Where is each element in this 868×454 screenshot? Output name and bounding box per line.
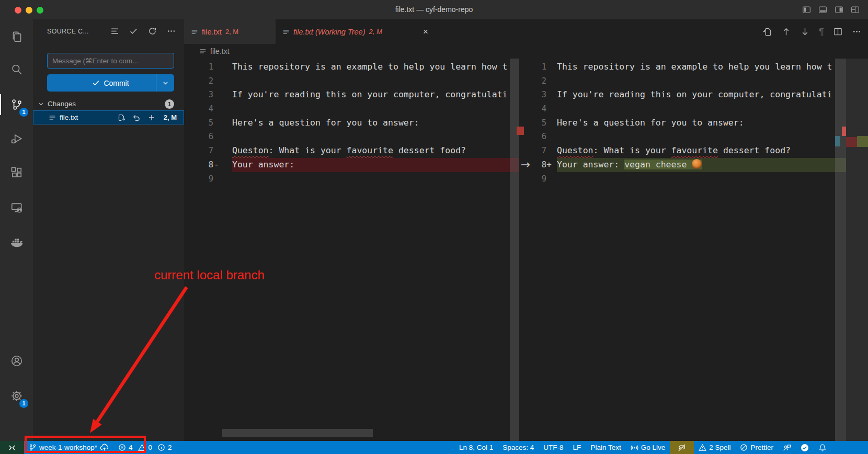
line-number: 4 <box>184 102 213 116</box>
spell-checker-indicator[interactable]: 2 Spell <box>694 441 735 454</box>
code-text <box>232 172 519 186</box>
source-control-badge: 1 <box>19 108 28 117</box>
refresh-icon[interactable] <box>148 27 157 36</box>
code-text <box>232 130 519 144</box>
right-vertical-scrollbar[interactable] <box>835 59 846 441</box>
close-icon[interactable]: × <box>423 27 428 36</box>
commit-check-icon[interactable] <box>129 27 138 36</box>
diff-line-right-7[interactable]: 7Queston: What is your favourite dessert… <box>519 144 868 158</box>
diff-overview-ruler[interactable] <box>846 59 868 441</box>
remote-window-button[interactable] <box>0 441 24 454</box>
changed-file-name: file.txt <box>60 114 78 121</box>
error-count: 4 <box>129 444 133 451</box>
inserted-text: vegan cheese <box>624 160 702 169</box>
code-text <box>232 74 519 88</box>
commit-dropdown-button[interactable] <box>156 74 174 92</box>
open-file-icon[interactable] <box>117 114 125 122</box>
open-file-action-icon[interactable] <box>762 27 772 37</box>
commit-button[interactable]: Commit <box>47 74 174 92</box>
notifications-button[interactable] <box>814 441 831 454</box>
settings-button[interactable]: 1 <box>0 384 33 407</box>
diff-line-left-2[interactable]: 2 <box>184 74 519 88</box>
prettier-indicator[interactable]: Prettier <box>735 441 778 454</box>
horizontal-scrollbar[interactable] <box>222 429 373 437</box>
diff-line-right-1[interactable]: 1This repository is an example to help y… <box>519 60 868 74</box>
code-text: If you're reading this on your computer,… <box>557 88 868 102</box>
toggle-whitespace-icon[interactable]: ¶ <box>819 27 824 37</box>
stage-changes-icon[interactable] <box>147 114 156 122</box>
diff-line-right-9[interactable]: 9 <box>519 172 868 186</box>
diff-line-left-4[interactable]: 4 <box>184 102 519 116</box>
changes-section-header[interactable]: Changes 1 <box>33 97 184 110</box>
tab-file-txt-working-tree[interactable]: file.txt (Working Tree) 2, M × <box>276 19 435 44</box>
toggle-primary-sidebar-icon[interactable] <box>802 5 811 14</box>
extension-status-button[interactable] <box>796 441 814 454</box>
sidebar-item-docker[interactable] <box>0 230 33 253</box>
diff-line-left-1[interactable]: 1This repository is an example to help y… <box>184 60 519 74</box>
split-editor-icon[interactable] <box>833 27 843 37</box>
encoding-indicator[interactable]: UTF-8 <box>539 441 568 454</box>
diff-line-left-9[interactable]: 9 <box>184 172 519 186</box>
sidebar-item-search[interactable] <box>0 58 33 81</box>
sidebar-item-extensions[interactable] <box>0 161 33 184</box>
tab-file-txt[interactable]: file.txt 2, M <box>184 19 276 44</box>
line-number: 7 <box>184 144 213 158</box>
sidebar-item-run-debug[interactable] <box>0 127 33 150</box>
diff-marker <box>546 116 557 130</box>
sidebar-item-source-control[interactable]: 1 <box>0 93 33 116</box>
diff-line-right-6[interactable]: 6 <box>519 130 868 144</box>
accounts-button[interactable] <box>0 349 33 372</box>
diff-line-right-5[interactable]: 5Here's a question for you to answer: <box>519 116 868 130</box>
code-text <box>557 172 868 186</box>
toggle-secondary-sidebar-icon[interactable] <box>835 5 843 14</box>
title-bar: file.txt — cyf-demo-repo <box>0 0 868 19</box>
eol-indicator[interactable]: LF <box>568 441 586 454</box>
copilot-disabled-button[interactable] <box>670 441 694 454</box>
diff-line-left-5[interactable]: 5Here's a question for you to answer: <box>184 116 519 130</box>
view-as-list-icon[interactable] <box>110 27 119 36</box>
cursor-position-indicator[interactable]: Ln 8, Col 1 <box>454 441 498 454</box>
customize-layout-icon[interactable] <box>851 5 860 14</box>
diff-line-right-8[interactable]: 8+Your answer: vegan cheese <box>519 158 868 172</box>
sidebar-item-remote-explorer[interactable] <box>0 196 33 219</box>
diff-marker <box>546 102 557 116</box>
revert-change-arrow-icon[interactable]: → <box>519 158 532 172</box>
feedback-person-icon <box>783 444 791 452</box>
diff-line-left-7[interactable]: 7Queston: What is your favourite dessert… <box>184 144 519 158</box>
diff-line-left-8[interactable]: 8-Your answer: <box>184 158 519 172</box>
error-icon <box>118 444 126 451</box>
code-text: This repository is an example to help yo… <box>557 60 868 74</box>
problems-indicator[interactable]: 4 0 2 <box>113 441 179 454</box>
code-text: Queston: What is your favourite dessert … <box>232 144 519 158</box>
diff-marker <box>546 144 557 158</box>
more-actions-icon[interactable] <box>167 27 176 36</box>
deleted-overview-mark <box>517 127 524 135</box>
commit-message-input[interactable] <box>47 53 174 69</box>
feedback-button[interactable] <box>778 441 796 454</box>
sidebar-item-explorer[interactable] <box>0 25 33 48</box>
toggle-panel-icon[interactable] <box>818 5 827 14</box>
files-icon <box>10 30 24 43</box>
diff-marker <box>213 144 232 158</box>
diff-line-right-4[interactable]: 4 <box>519 102 868 116</box>
branch-indicator[interactable]: week-1-workshop* <box>24 441 113 454</box>
docker-icon <box>9 234 24 249</box>
diff-line-left-6[interactable]: 6 <box>184 130 519 144</box>
breadcrumb[interactable]: file.txt <box>184 44 868 59</box>
discard-changes-icon[interactable] <box>132 114 141 122</box>
copilot-off-icon <box>678 444 686 452</box>
indentation-indicator[interactable]: Spaces: 4 <box>498 441 539 454</box>
line-number: 9 <box>519 172 546 186</box>
go-live-button[interactable]: Go Live <box>626 441 670 454</box>
diff-marker <box>546 74 557 88</box>
language-mode-indicator[interactable]: Plain Text <box>586 441 625 454</box>
previous-change-icon[interactable] <box>781 27 791 37</box>
branch-name: week-1-workshop* <box>39 444 97 451</box>
left-vertical-scrollbar[interactable] <box>510 59 519 441</box>
diff-line-right-3[interactable]: 3If you're reading this on your computer… <box>519 88 868 102</box>
diff-line-right-2[interactable]: 2 <box>519 74 868 88</box>
diff-line-left-3[interactable]: 3If you're reading this on your computer… <box>184 88 519 102</box>
changed-file-row[interactable]: file.txt 2, M <box>33 110 184 124</box>
next-change-icon[interactable] <box>800 27 810 37</box>
more-actions-icon[interactable] <box>852 27 862 37</box>
